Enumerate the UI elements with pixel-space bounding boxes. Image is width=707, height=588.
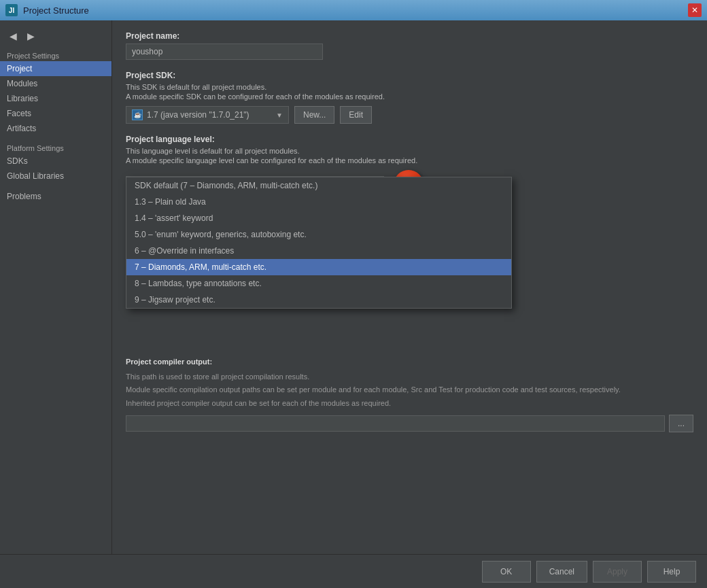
window-title: Project Structure <box>23 5 89 16</box>
language-desc2: A module specific language level can be … <box>126 156 693 165</box>
project-settings-label: Project Settings <box>0 49 111 61</box>
nav-arrows: ◀ ▶ <box>0 26 111 49</box>
compiler-output-dots-button[interactable]: ... <box>669 415 693 432</box>
dropdown-item-1-3[interactable]: 1.3 – Plain old Java <box>126 194 511 210</box>
language-level-label: Project language level: <box>126 135 693 144</box>
apply-button[interactable]: Apply <box>593 561 642 583</box>
sidebar-item-sdks[interactable]: SDKs <box>0 154 111 169</box>
sidebar-item-global-libraries[interactable]: Global Libraries <box>0 169 111 184</box>
sidebar-item-modules[interactable]: Modules <box>0 76 111 91</box>
title-bar: JI Project Structure ✕ <box>0 0 707 20</box>
sdk-dropdown[interactable]: ☕ 1.7 (java version "1.7.0_21") ▼ <box>126 106 289 124</box>
help-button[interactable]: Help <box>647 561 696 583</box>
compiler-desc2: Module specific compilation output paths… <box>126 384 693 396</box>
sidebar-item-problems[interactable]: Problems <box>0 189 111 204</box>
forward-button[interactable]: ▶ <box>23 29 38 44</box>
sdk-section-label: Project SDK: <box>126 71 693 80</box>
dropdown-item-9[interactable]: 9 – Jigsaw project etc. <box>126 292 511 308</box>
sidebar-item-facets[interactable]: Facets <box>0 106 111 121</box>
sidebar-divider <box>0 136 111 141</box>
additional-content: Project compiler output: This path is us… <box>126 356 693 432</box>
language-dropdown-popup: SDK default (7 – Diamonds, ARM, multi-ca… <box>126 177 512 309</box>
sdk-desc2: A module specific SDK can be configured … <box>126 92 693 101</box>
sdk-dropdown-arrow-icon: ▼ <box>276 111 283 119</box>
compiler-output-label: Project compiler output: <box>126 356 693 368</box>
dropdown-item-5-0[interactable]: 5.0 – 'enum' keyword, generics, autoboxi… <box>126 226 511 243</box>
project-name-label: Project name: <box>126 31 693 41</box>
sidebar-item-libraries[interactable]: Libraries <box>0 91 111 106</box>
sdk-value: 1.7 (java version "1.7.0_21") <box>147 110 249 120</box>
dropdown-item-8[interactable]: 8 – Lambdas, type annotations etc. <box>126 275 511 292</box>
compiler-desc3: Inherited project compiler output can be… <box>126 398 693 410</box>
new-sdk-button[interactable]: New... <box>294 106 334 124</box>
sidebar-item-artifacts[interactable]: Artifacts <box>0 121 111 136</box>
ok-button[interactable]: OK <box>482 561 531 583</box>
cancel-button[interactable]: Cancel <box>536 561 587 583</box>
platform-settings-label: Platform Settings <box>0 141 111 154</box>
sidebar-item-project[interactable]: Project <box>0 61 111 76</box>
sidebar: ◀ ▶ Project Settings Project Modules Lib… <box>0 20 112 554</box>
edit-sdk-button[interactable]: Edit <box>340 106 372 124</box>
main-container: ◀ ▶ Project Settings Project Modules Lib… <box>0 20 707 554</box>
app-icon: JI <box>5 4 18 16</box>
language-desc1: This language level is default for all p… <box>126 147 693 155</box>
sidebar-divider-2 <box>0 184 111 189</box>
bottom-bar: OK Cancel Apply Help <box>0 554 707 588</box>
dropdown-item-7[interactable]: 7 – Diamonds, ARM, multi-catch etc. <box>126 259 511 275</box>
project-name-input[interactable] <box>126 44 323 60</box>
sdk-row: ☕ 1.7 (java version "1.7.0_21") ▼ New...… <box>126 106 693 124</box>
content-area: Project name: Project SDK: This SDK is d… <box>112 20 707 554</box>
back-button[interactable]: ◀ <box>5 29 20 44</box>
dropdown-item-1-4[interactable]: 1.4 – 'assert' keyword <box>126 210 511 226</box>
compiler-output-input[interactable] <box>126 415 665 432</box>
dropdown-item-6[interactable]: 6 – @Override in interfaces <box>126 243 511 259</box>
close-button[interactable]: ✕ <box>688 3 702 17</box>
title-bar-left: JI Project Structure <box>5 4 89 16</box>
dropdown-item-sdk-default[interactable]: SDK default (7 – Diamonds, ARM, multi-ca… <box>126 177 511 194</box>
compiler-desc1: This path is used to store all project c… <box>126 371 693 383</box>
sdk-icon: ☕ <box>132 109 143 120</box>
sdk-desc1: This SDK is default for all project modu… <box>126 83 693 91</box>
